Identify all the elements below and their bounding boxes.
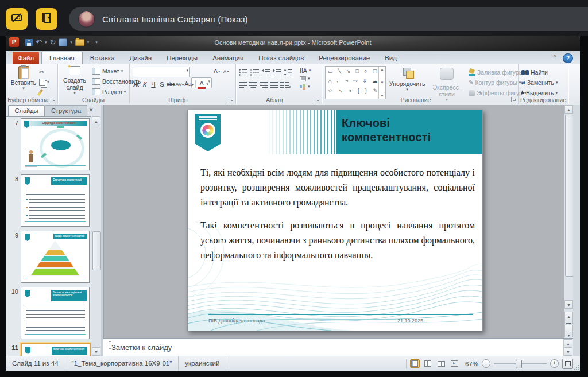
close-pane-button[interactable]: × — [89, 106, 93, 114]
columns-button[interactable]: ▾ — [280, 80, 291, 91]
thumbnail-scrollbar[interactable]: ▲ ▼ — [91, 116, 101, 356]
previous-slide-button[interactable]: ▲ — [564, 312, 573, 324]
decrease-indent-button[interactable] — [262, 68, 270, 78]
shape-icon[interactable]: ≈ — [349, 86, 351, 96]
underline-button[interactable]: Ч — [149, 80, 157, 89]
convert-smartart-button[interactable]: ▾ — [300, 83, 311, 91]
tab-review[interactable]: Рецензирование — [311, 52, 377, 64]
copy-button[interactable]: ▾ — [39, 77, 49, 87]
leave-meeting-button[interactable] — [36, 8, 57, 30]
shape-icon[interactable]: { — [358, 86, 359, 96]
thumbnail-slide-8[interactable]: 8 Структура компетенції — [6, 174, 91, 228]
shape-icon[interactable]: ↘ — [346, 67, 351, 76]
thumbnail-slide-9[interactable]: 9 Види компетентностей — [6, 231, 91, 285]
shape-icon[interactable]: ▢ — [372, 67, 377, 76]
shape-icon[interactable]: ☆ — [328, 86, 332, 96]
bullets-button[interactable] — [239, 68, 247, 78]
tab-slides-pane[interactable]: Слайды — [8, 105, 45, 116]
shape-icon[interactable]: } — [365, 86, 367, 96]
font-color-dropdown-icon[interactable]: ▾ — [206, 82, 208, 87]
char-spacing-button[interactable]: AV▾ — [176, 80, 184, 89]
slide-title[interactable]: Ключові компетентності — [342, 116, 477, 145]
strikethrough-button[interactable]: abc — [167, 80, 175, 89]
shape-icon[interactable]: ✎ — [373, 86, 377, 96]
tab-slideshow[interactable]: Показ слайдов — [251, 52, 311, 64]
collapse-ribbon-button[interactable]: ^ — [550, 53, 559, 62]
notes-placeholder[interactable]: Заметки к слайду — [111, 343, 172, 352]
paste-button[interactable]: Вставить ▾ — [10, 66, 37, 91]
help-button[interactable]: ? — [563, 53, 573, 63]
notes-scroll-down-button[interactable]: ▼ — [564, 347, 572, 356]
arrange-button[interactable]: Упорядочить ▾ — [389, 68, 425, 92]
text-direction-button[interactable]: ІІА▾ — [300, 67, 311, 75]
zoom-level[interactable]: 67% — [465, 360, 478, 367]
tab-animations[interactable]: Анимация — [205, 52, 251, 64]
shape-icon[interactable]: ¬ — [345, 76, 348, 86]
tab-insert[interactable]: Вставка — [83, 52, 122, 64]
theme-name[interactable]: "1_Тема_корпоративна 16Х9-01" — [65, 356, 179, 371]
thumb-scroll-thumb[interactable] — [92, 231, 101, 270]
normal-view-button[interactable] — [410, 359, 420, 368]
slide-counter[interactable]: Слайд 11 из 44 — [6, 356, 65, 371]
scroll-thumb[interactable] — [565, 115, 574, 277]
zoom-in-button[interactable]: + — [550, 359, 559, 368]
font-name-combo[interactable] — [133, 67, 190, 77]
reading-view-button[interactable] — [436, 359, 446, 368]
thumbnail-slide-10[interactable]: 10 Базові психосоціальні компетентності — [6, 287, 91, 341]
fit-to-window-button[interactable] — [562, 359, 573, 369]
thumbnail-slide-11[interactable]: 11 Ключові компетентності — [6, 343, 91, 356]
keyboard-off-button[interactable] — [6, 8, 28, 30]
thumb-scroll-down-button[interactable]: ▼ — [92, 347, 100, 356]
shape-icon[interactable]: ⌐ — [337, 76, 340, 86]
find-button[interactable]: Найти — [521, 67, 558, 77]
bold-button[interactable]: Ж — [132, 80, 140, 89]
line-spacing-button[interactable] — [284, 68, 292, 78]
shapes-gallery[interactable]: ▭╲↘□○▢ △⌐¬⇨⇩☁ ☆∿≈{}✎ ▲ ▼ ▼ — [325, 66, 386, 99]
shape-icon[interactable]: ╲ — [338, 67, 341, 76]
grow-font-button[interactable]: А▲ — [213, 67, 221, 76]
replace-button[interactable]: ⇄Заменить▾ — [521, 77, 558, 88]
slide-sorter-button[interactable] — [423, 359, 433, 368]
zoom-slider[interactable] — [494, 363, 547, 364]
italic-button[interactable]: К — [141, 80, 149, 89]
thumbnail-slide-7[interactable]: 7 Структура компетентності — [6, 118, 91, 172]
font-dialog-launcher[interactable] — [229, 97, 234, 102]
shape-icon[interactable]: ○ — [364, 67, 367, 76]
shape-icon[interactable]: ⇩ — [363, 76, 368, 86]
scroll-down-button[interactable]: ▼ — [564, 300, 573, 309]
shapes-gallery-scroll[interactable]: ▲ ▼ ▼ — [378, 67, 385, 99]
numbering-button[interactable] — [250, 68, 259, 78]
font-color-button[interactable]: А — [198, 80, 206, 89]
zoom-out-button[interactable]: − — [482, 359, 490, 368]
shrink-font-button[interactable]: А▼ — [222, 67, 230, 76]
scroll-up-button[interactable]: ▲ — [564, 105, 573, 114]
shapes-scroll-down-icon[interactable]: ▼ — [381, 81, 384, 84]
align-left-button[interactable] — [239, 80, 247, 91]
paragraph-dialog-launcher[interactable] — [315, 97, 320, 102]
next-slide-button[interactable]: ▼ — [564, 325, 573, 337]
shape-icon[interactable]: ▭ — [328, 67, 333, 76]
shapes-scroll-up-icon[interactable]: ▲ — [381, 68, 384, 71]
text-shadow-button[interactable]: S — [158, 80, 166, 89]
editor-scrollbar[interactable]: ▲ ▼ ▲ ▼ — [564, 105, 574, 338]
zoom-slider-thumb[interactable] — [516, 360, 522, 368]
language-indicator[interactable]: украинский — [179, 356, 226, 371]
tab-view[interactable]: Вид — [377, 52, 404, 64]
thumb-scroll-up-button[interactable]: ▲ — [92, 116, 100, 125]
tab-home[interactable]: Главная — [41, 52, 83, 64]
tab-file[interactable]: Файл — [13, 52, 39, 64]
tab-design[interactable]: Дизайн — [122, 52, 160, 64]
notes-scroll-up-button[interactable]: ▲ — [564, 339, 572, 348]
clipboard-dialog-launcher[interactable] — [51, 97, 56, 102]
change-case-button[interactable]: Aa▾ — [184, 80, 194, 89]
shape-icon[interactable]: △ — [328, 76, 332, 86]
new-slide-button[interactable]: ✦ Создать слайд ▾ — [60, 66, 90, 95]
slide-editor[interactable]: Ключові компетентності Ті, які необхідні… — [103, 105, 564, 338]
cut-button[interactable]: ✂ — [39, 67, 49, 77]
slideshow-view-button[interactable] — [450, 359, 459, 368]
justify-button[interactable] — [270, 80, 278, 91]
notes-pane[interactable]: Заметки к слайду ▲ ▼ — [103, 338, 573, 356]
shape-icon[interactable]: □ — [356, 67, 359, 76]
shape-icon[interactable]: ⇨ — [353, 76, 358, 86]
tab-transitions[interactable]: Переходы — [159, 52, 205, 64]
